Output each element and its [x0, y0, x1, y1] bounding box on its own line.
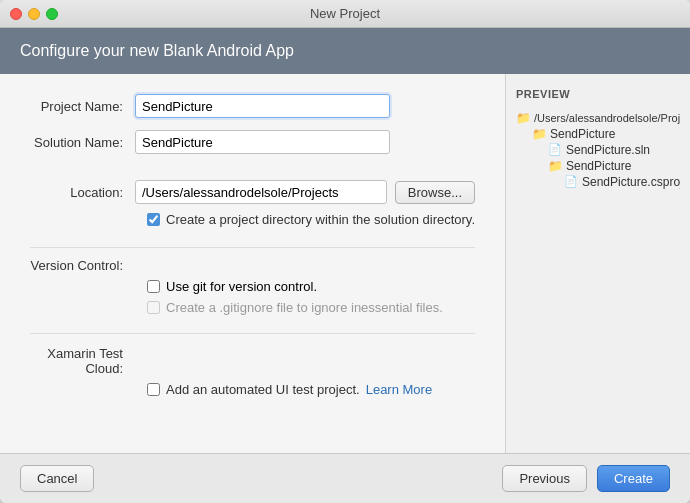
add-test-label: Add an automated UI test project.	[166, 382, 360, 397]
tree-item-3: 📁 SendPicture	[516, 158, 680, 174]
create-button[interactable]: Create	[597, 465, 670, 492]
xamarin-group: Xamarin Test Cloud: Add an automated UI …	[30, 346, 475, 397]
window: New Project Configure your new Blank And…	[0, 0, 690, 503]
close-button[interactable]	[10, 8, 22, 20]
solution-name-label: Solution Name:	[30, 135, 135, 150]
divider-2	[30, 333, 475, 334]
folder-icon-3: 📁	[548, 159, 562, 173]
header-title: Configure your new Blank Android App	[20, 42, 294, 59]
solution-name-input[interactable]	[135, 130, 390, 154]
use-git-row: Use git for version control.	[147, 279, 475, 294]
version-control-group: Version Control: Use git for version con…	[30, 258, 475, 315]
tree-label-4: SendPicture.csproj	[582, 175, 680, 189]
xamarin-test-checkbox[interactable]	[147, 383, 160, 396]
minimize-button[interactable]	[28, 8, 40, 20]
tree-item-0: 📁 /Users/alessandrodelsole/Projects	[516, 110, 680, 126]
main-content: Project Name: Solution Name: Location: B…	[0, 74, 690, 453]
create-gitignore-checkbox[interactable]	[147, 301, 160, 314]
xamarin-test-label: Xamarin Test Cloud:	[30, 346, 135, 376]
version-control-label: Version Control:	[30, 258, 135, 273]
folder-icon-1: 📁	[532, 127, 546, 141]
create-directory-label: Create a project directory within the so…	[166, 212, 475, 227]
window-title: New Project	[310, 6, 380, 21]
learn-more-link[interactable]: Learn More	[366, 382, 432, 397]
file-icon-4: 📄	[564, 175, 578, 189]
tree-label-2: SendPicture.sln	[566, 143, 650, 157]
preview-title: PREVIEW	[516, 88, 680, 100]
previous-button[interactable]: Previous	[502, 465, 587, 492]
tree-item-4: 📄 SendPicture.csproj	[516, 174, 680, 190]
divider-1	[30, 247, 475, 248]
location-label: Location:	[30, 185, 135, 200]
tree-label-1: SendPicture	[550, 127, 615, 141]
tree-item-1: 📁 SendPicture	[516, 126, 680, 142]
create-directory-row: Create a project directory within the so…	[147, 212, 475, 227]
project-name-group: Project Name:	[30, 94, 475, 118]
form-area: Project Name: Solution Name: Location: B…	[0, 74, 505, 453]
project-name-input[interactable]	[135, 94, 390, 118]
traffic-lights	[10, 8, 58, 20]
tree-item-2: 📄 SendPicture.sln	[516, 142, 680, 158]
create-directory-checkbox[interactable]	[147, 213, 160, 226]
right-buttons: Previous Create	[502, 465, 670, 492]
project-name-label: Project Name:	[30, 99, 135, 114]
title-bar: New Project	[0, 0, 690, 28]
use-git-checkbox[interactable]	[147, 280, 160, 293]
gitignore-row: Create a .gitignore file to ignore iness…	[147, 300, 475, 315]
maximize-button[interactable]	[46, 8, 58, 20]
preview-panel: PREVIEW 📁 /Users/alessandrodelsole/Proje…	[505, 74, 690, 453]
header: Configure your new Blank Android App	[0, 28, 690, 74]
gitignore-label: Create a .gitignore file to ignore iness…	[166, 300, 443, 315]
use-git-label: Use git for version control.	[166, 279, 317, 294]
tree-label-3: SendPicture	[566, 159, 631, 173]
cancel-button[interactable]: Cancel	[20, 465, 94, 492]
bottom-bar: Cancel Previous Create	[0, 453, 690, 503]
file-icon-2: 📄	[548, 143, 562, 157]
location-group: Location: Browse...	[30, 180, 475, 204]
folder-icon-0: 📁	[516, 111, 530, 125]
xamarin-checkbox-row: Add an automated UI test project. Learn …	[147, 382, 475, 397]
location-input[interactable]	[135, 180, 387, 204]
version-control-row: Version Control:	[30, 258, 475, 273]
tree-label-0: /Users/alessandrodelsole/Projects	[534, 112, 680, 124]
browse-button[interactable]: Browse...	[395, 181, 475, 204]
xamarin-label-row: Xamarin Test Cloud:	[30, 346, 475, 376]
solution-name-group: Solution Name:	[30, 130, 475, 154]
